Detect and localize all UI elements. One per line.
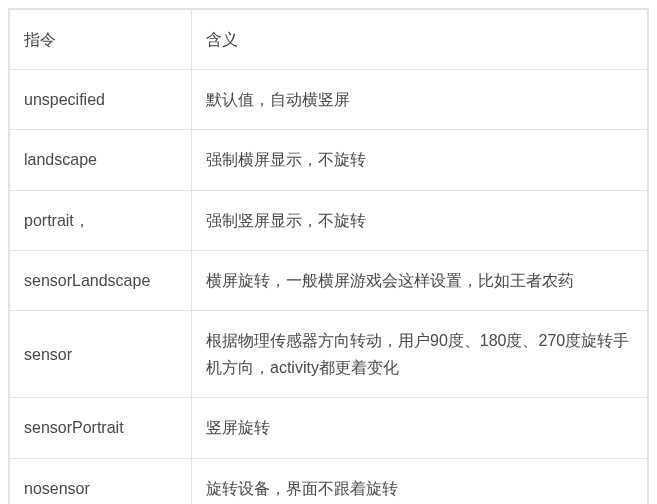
cell-cmd: portrait，	[10, 190, 192, 250]
table-row: portrait， 强制竖屏显示，不旋转	[10, 190, 648, 250]
cell-cmd: nosensor	[10, 458, 192, 504]
table-row: landscape 强制横屏显示，不旋转	[10, 130, 648, 190]
table-row: sensorPortrait 竖屏旋转	[10, 398, 648, 458]
header-col2: 含义	[192, 10, 648, 70]
cell-desc: 竖屏旋转	[192, 398, 648, 458]
cell-cmd: landscape	[10, 130, 192, 190]
cell-cmd: unspecified	[10, 70, 192, 130]
header-col1: 指令	[10, 10, 192, 70]
cell-desc: 默认值，自动横竖屏	[192, 70, 648, 130]
cell-desc: 根据物理传感器方向转动，用户90度、180度、270度旋转手机方向，activi…	[192, 310, 648, 397]
cell-desc: 旋转设备，界面不跟着旋转	[192, 458, 648, 504]
data-table: 指令 含义 unspecified 默认值，自动横竖屏 landscape 强制…	[9, 9, 648, 504]
table-row: unspecified 默认值，自动横竖屏	[10, 70, 648, 130]
cell-cmd: sensorPortrait	[10, 398, 192, 458]
table-row: nosensor 旋转设备，界面不跟着旋转	[10, 458, 648, 504]
cell-desc: 强制横屏显示，不旋转	[192, 130, 648, 190]
table-header-row: 指令 含义	[10, 10, 648, 70]
table-row: sensor 根据物理传感器方向转动，用户90度、180度、270度旋转手机方向…	[10, 310, 648, 397]
cell-desc: 横屏旋转，一般横屏游戏会这样设置，比如王者农药	[192, 250, 648, 310]
cell-cmd: sensor	[10, 310, 192, 397]
orientation-table: 指令 含义 unspecified 默认值，自动横竖屏 landscape 强制…	[8, 8, 649, 504]
cell-desc: 强制竖屏显示，不旋转	[192, 190, 648, 250]
table-row: sensorLandscape 横屏旋转，一般横屏游戏会这样设置，比如王者农药	[10, 250, 648, 310]
cell-cmd: sensorLandscape	[10, 250, 192, 310]
